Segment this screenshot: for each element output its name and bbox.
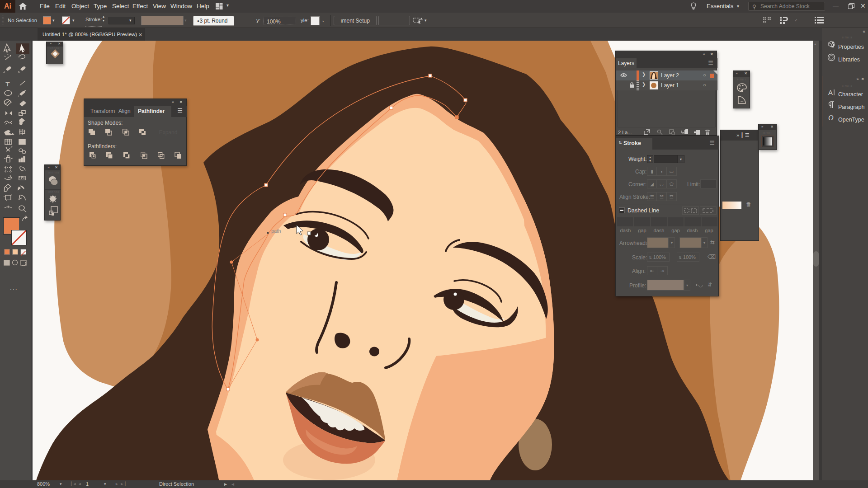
svg-text:T: T	[5, 81, 10, 88]
svg-text:O: O	[828, 114, 834, 122]
svg-text:A: A	[828, 89, 833, 96]
svg-text:path: path	[271, 228, 281, 234]
